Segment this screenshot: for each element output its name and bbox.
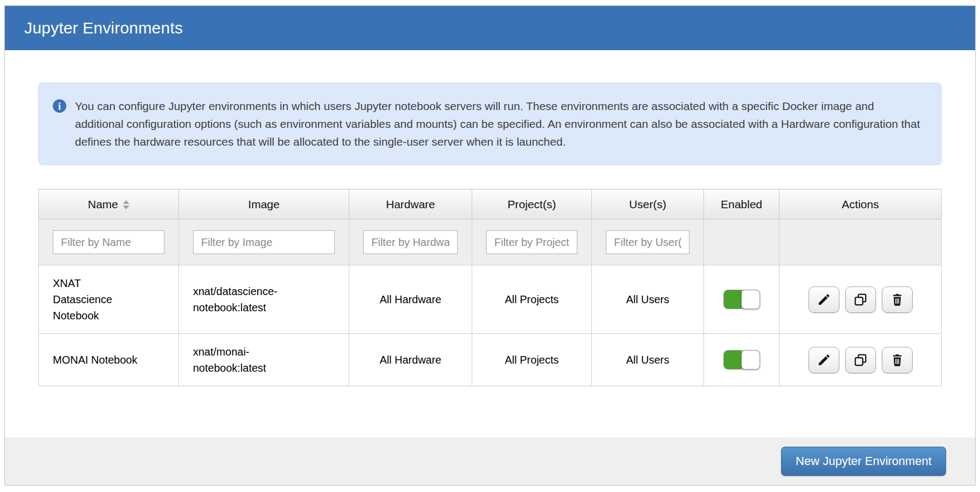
toggle-on-segment (724, 351, 742, 369)
pencil-icon (817, 292, 831, 307)
column-label: Hardware (386, 198, 435, 210)
copy-button[interactable] (845, 347, 876, 373)
env-projects-cell: All Projects (472, 265, 592, 334)
panel-title: Jupyter Environments (24, 19, 183, 37)
edit-button[interactable] (809, 286, 839, 313)
column-label: Name (88, 198, 118, 210)
column-label: Project(s) (508, 198, 556, 210)
column-label: Actions (842, 198, 879, 210)
trash-icon (890, 292, 905, 307)
env-enabled-cell (704, 265, 779, 334)
filter-input-image[interactable] (193, 230, 335, 254)
trash-icon (890, 353, 905, 367)
column-header-hardware: Hardware (349, 189, 472, 220)
enabled-toggle[interactable] (723, 290, 760, 309)
env-actions-cell (779, 265, 942, 334)
env-image-cell-text: xnat/monai-notebook:latest (193, 344, 303, 376)
pencil-icon (817, 353, 831, 367)
env-actions-cell (779, 334, 942, 386)
jupyter-environments-panel: Jupyter Environments You can configure J… (4, 5, 976, 486)
enabled-toggle[interactable] (723, 350, 760, 370)
env-image-cell-text: xnat/datascience-notebook:latest (193, 283, 303, 316)
info-text: You can configure Jupyter environments i… (75, 97, 925, 151)
copy-icon (853, 353, 868, 367)
column-label: User(s) (629, 198, 666, 210)
filter-cell-image (179, 220, 349, 265)
toggle-knob (741, 350, 760, 370)
env-name-cell-text: MONAI Notebook (53, 352, 137, 368)
row-actions (784, 286, 937, 313)
env-enabled-cell (704, 334, 779, 386)
panel-header: Jupyter Environments (5, 6, 975, 50)
env-image-cell: xnat/monai-notebook:latest (179, 334, 349, 386)
table-header-row: NameImageHardwareProject(s)User(s)Enable… (39, 189, 942, 220)
column-header-actions: Actions (779, 189, 942, 220)
env-image-cell: xnat/datascience-notebook:latest (179, 265, 349, 334)
sort-icon (123, 200, 129, 209)
filter-input-users[interactable] (606, 230, 689, 254)
environment-row: XNAT Datascience Notebookxnat/datascienc… (39, 265, 942, 334)
copy-icon (853, 292, 868, 307)
column-header-projects: Project(s) (472, 189, 592, 220)
environments-table: NameImageHardwareProject(s)User(s)Enable… (38, 189, 942, 386)
filter-cell-enabled (704, 220, 779, 265)
filter-input-name[interactable] (53, 230, 164, 254)
panel-footer: New Jupyter Environment (5, 438, 975, 485)
column-header-enabled: Enabled (704, 189, 779, 220)
filter-cell-users (592, 220, 704, 265)
env-projects-cell: All Projects (472, 334, 592, 386)
env-hardware-cell: All Hardware (349, 265, 472, 334)
row-actions (784, 347, 937, 373)
filter-cell-name (39, 220, 179, 265)
panel-body: You can configure Jupyter environments i… (5, 50, 975, 386)
toggle-knob (741, 290, 760, 309)
edit-button[interactable] (809, 347, 839, 373)
info-circle-icon (53, 99, 66, 113)
delete-button[interactable] (882, 286, 913, 313)
delete-button[interactable] (882, 347, 913, 373)
env-hardware-cell: All Hardware (349, 334, 472, 386)
copy-button[interactable] (845, 286, 876, 313)
env-name-cell: MONAI Notebook (39, 334, 179, 386)
column-header-image: Image (179, 189, 349, 220)
env-name-cell-text: XNAT Datascience Notebook (53, 275, 140, 324)
column-label: Enabled (721, 198, 762, 210)
filter-input-hardware[interactable] (363, 230, 458, 254)
table-filter-row (39, 220, 942, 265)
filter-cell-actions (779, 220, 942, 265)
filter-input-projects[interactable] (486, 230, 577, 254)
new-jupyter-environment-button[interactable]: New Jupyter Environment (781, 447, 946, 476)
env-name-cell: XNAT Datascience Notebook (39, 265, 179, 334)
column-header-users: User(s) (592, 189, 704, 220)
filter-cell-hardware (349, 220, 472, 265)
filter-cell-projects (472, 220, 592, 265)
column-label: Image (248, 198, 279, 210)
env-users-cell: All Users (592, 265, 704, 334)
info-alert: You can configure Jupyter environments i… (38, 83, 942, 165)
column-header-name[interactable]: Name (39, 189, 179, 220)
env-users-cell: All Users (592, 334, 704, 386)
environment-row: MONAI Notebookxnat/monai-notebook:latest… (39, 334, 942, 386)
toggle-on-segment (724, 290, 742, 309)
